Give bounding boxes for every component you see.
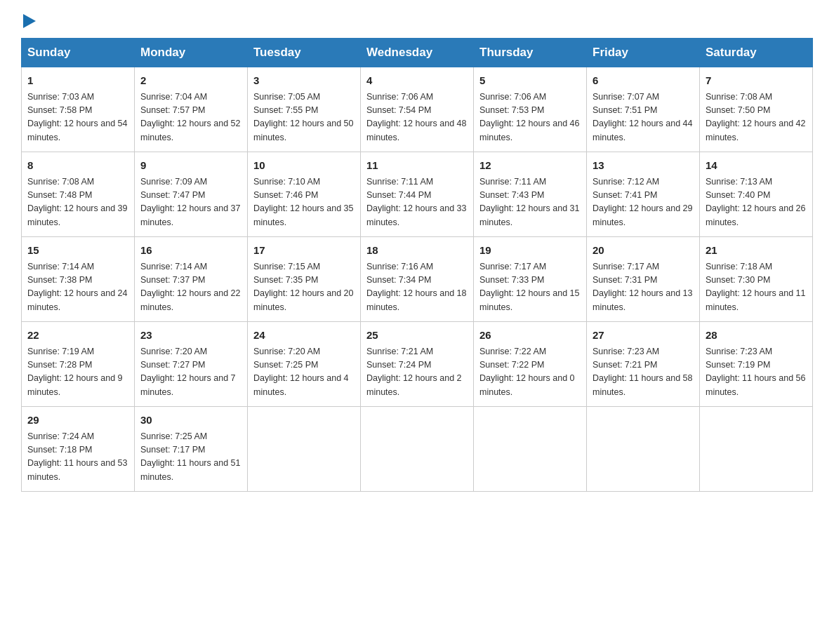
day-number: 1 (27, 73, 128, 89)
calendar-cell: 13Sunrise: 7:12 AMSunset: 7:41 PMDayligh… (587, 152, 700, 237)
day-number: 26 (479, 328, 581, 344)
day-number: 28 (706, 328, 807, 344)
day-number: 5 (479, 73, 581, 89)
logo-triangle-icon (23, 14, 36, 28)
day-info: Sunrise: 7:17 AMSunset: 7:31 PMDaylight:… (593, 260, 694, 315)
day-number: 7 (706, 73, 807, 89)
day-number: 12 (479, 158, 581, 174)
day-number: 4 (366, 73, 468, 89)
day-number: 29 (27, 412, 128, 429)
day-info: Sunrise: 7:24 AMSunset: 7:18 PMDaylight:… (27, 430, 128, 485)
calendar-cell: 6Sunrise: 7:07 AMSunset: 7:51 PMDaylight… (587, 67, 700, 152)
calendar-cell: 23Sunrise: 7:20 AMSunset: 7:27 PMDayligh… (135, 322, 248, 407)
day-info: Sunrise: 7:22 AMSunset: 7:22 PMDaylight:… (479, 345, 581, 400)
calendar-cell: 12Sunrise: 7:11 AMSunset: 7:43 PMDayligh… (474, 152, 587, 237)
day-info: Sunrise: 7:08 AMSunset: 7:48 PMDaylight:… (27, 175, 128, 230)
day-number: 21 (706, 243, 807, 259)
day-number: 16 (140, 243, 241, 259)
day-number: 18 (366, 243, 468, 259)
day-info: Sunrise: 7:14 AMSunset: 7:38 PMDaylight:… (27, 260, 128, 315)
calendar-cell: 3Sunrise: 7:05 AMSunset: 7:55 PMDaylight… (248, 67, 361, 152)
calendar-cell: 16Sunrise: 7:14 AMSunset: 7:37 PMDayligh… (135, 237, 248, 322)
day-info: Sunrise: 7:04 AMSunset: 7:57 PMDaylight:… (140, 90, 241, 145)
calendar-table: SundayMondayTuesdayWednesdayThursdayFrid… (21, 38, 813, 492)
calendar-cell: 24Sunrise: 7:20 AMSunset: 7:25 PMDayligh… (248, 322, 361, 407)
day-info: Sunrise: 7:19 AMSunset: 7:28 PMDaylight:… (27, 345, 128, 400)
day-info: Sunrise: 7:05 AMSunset: 7:55 PMDaylight:… (253, 90, 355, 145)
header-saturday: Saturday (700, 39, 813, 67)
day-number: 17 (253, 243, 355, 259)
calendar-cell (700, 407, 813, 492)
calendar-cell: 5Sunrise: 7:06 AMSunset: 7:53 PMDaylight… (474, 67, 587, 152)
calendar-cell: 4Sunrise: 7:06 AMSunset: 7:54 PMDaylight… (361, 67, 474, 152)
day-info: Sunrise: 7:15 AMSunset: 7:35 PMDaylight:… (253, 260, 355, 315)
day-number: 19 (479, 243, 581, 259)
header-friday: Friday (587, 39, 700, 67)
calendar-cell: 9Sunrise: 7:09 AMSunset: 7:47 PMDaylight… (135, 152, 248, 237)
week-row-2: 8Sunrise: 7:08 AMSunset: 7:48 PMDaylight… (22, 152, 813, 237)
day-number: 23 (140, 328, 241, 344)
day-number: 24 (253, 328, 355, 344)
day-info: Sunrise: 7:07 AMSunset: 7:51 PMDaylight:… (593, 90, 694, 145)
day-number: 25 (366, 328, 468, 344)
day-info: Sunrise: 7:14 AMSunset: 7:37 PMDaylight:… (140, 260, 241, 315)
calendar-cell: 11Sunrise: 7:11 AMSunset: 7:44 PMDayligh… (361, 152, 474, 237)
day-info: Sunrise: 7:23 AMSunset: 7:19 PMDaylight:… (706, 345, 807, 400)
page-header (21, 14, 813, 24)
calendar-cell: 30Sunrise: 7:25 AMSunset: 7:17 PMDayligh… (135, 407, 248, 492)
day-number: 11 (366, 158, 468, 174)
day-info: Sunrise: 7:23 AMSunset: 7:21 PMDaylight:… (593, 345, 694, 400)
calendar-cell: 26Sunrise: 7:22 AMSunset: 7:22 PMDayligh… (474, 322, 587, 407)
day-info: Sunrise: 7:09 AMSunset: 7:47 PMDaylight:… (140, 175, 241, 230)
day-number: 10 (253, 158, 355, 174)
day-number: 13 (593, 158, 694, 174)
week-row-3: 15Sunrise: 7:14 AMSunset: 7:38 PMDayligh… (22, 237, 813, 322)
calendar-cell: 17Sunrise: 7:15 AMSunset: 7:35 PMDayligh… (248, 237, 361, 322)
calendar-header-row: SundayMondayTuesdayWednesdayThursdayFrid… (22, 39, 813, 67)
header-sunday: Sunday (22, 39, 135, 67)
calendar-cell (361, 407, 474, 492)
calendar-cell: 8Sunrise: 7:08 AMSunset: 7:48 PMDaylight… (22, 152, 135, 237)
day-number: 6 (593, 73, 694, 89)
calendar-cell: 7Sunrise: 7:08 AMSunset: 7:50 PMDaylight… (700, 67, 813, 152)
day-info: Sunrise: 7:17 AMSunset: 7:33 PMDaylight:… (479, 260, 581, 315)
day-info: Sunrise: 7:08 AMSunset: 7:50 PMDaylight:… (706, 90, 807, 145)
day-info: Sunrise: 7:18 AMSunset: 7:30 PMDaylight:… (706, 260, 807, 315)
calendar-cell: 14Sunrise: 7:13 AMSunset: 7:40 PMDayligh… (700, 152, 813, 237)
calendar-cell: 29Sunrise: 7:24 AMSunset: 7:18 PMDayligh… (22, 407, 135, 492)
day-info: Sunrise: 7:03 AMSunset: 7:58 PMDaylight:… (27, 90, 128, 145)
calendar-cell: 18Sunrise: 7:16 AMSunset: 7:34 PMDayligh… (361, 237, 474, 322)
calendar-cell (248, 407, 361, 492)
day-info: Sunrise: 7:06 AMSunset: 7:53 PMDaylight:… (479, 90, 581, 145)
day-info: Sunrise: 7:25 AMSunset: 7:17 PMDaylight:… (140, 430, 241, 485)
day-number: 30 (140, 412, 241, 429)
svg-marker-0 (23, 14, 36, 28)
header-monday: Monday (135, 39, 248, 67)
calendar-cell: 28Sunrise: 7:23 AMSunset: 7:19 PMDayligh… (700, 322, 813, 407)
calendar-cell: 21Sunrise: 7:18 AMSunset: 7:30 PMDayligh… (700, 237, 813, 322)
calendar-cell: 10Sunrise: 7:10 AMSunset: 7:46 PMDayligh… (248, 152, 361, 237)
day-number: 9 (140, 158, 241, 174)
calendar-cell: 15Sunrise: 7:14 AMSunset: 7:38 PMDayligh… (22, 237, 135, 322)
calendar-cell (474, 407, 587, 492)
day-info: Sunrise: 7:11 AMSunset: 7:43 PMDaylight:… (479, 175, 581, 230)
day-number: 3 (253, 73, 355, 89)
day-info: Sunrise: 7:20 AMSunset: 7:25 PMDaylight:… (253, 345, 355, 400)
day-info: Sunrise: 7:11 AMSunset: 7:44 PMDaylight:… (366, 175, 468, 230)
logo-text-line1 (21, 14, 36, 28)
day-info: Sunrise: 7:06 AMSunset: 7:54 PMDaylight:… (366, 90, 468, 145)
calendar-cell: 27Sunrise: 7:23 AMSunset: 7:21 PMDayligh… (587, 322, 700, 407)
day-number: 14 (706, 158, 807, 174)
calendar-cell: 2Sunrise: 7:04 AMSunset: 7:57 PMDaylight… (135, 67, 248, 152)
calendar-cell (587, 407, 700, 492)
day-info: Sunrise: 7:21 AMSunset: 7:24 PMDaylight:… (366, 345, 468, 400)
week-row-4: 22Sunrise: 7:19 AMSunset: 7:28 PMDayligh… (22, 322, 813, 407)
day-info: Sunrise: 7:16 AMSunset: 7:34 PMDaylight:… (366, 260, 468, 315)
logo (21, 14, 36, 24)
day-info: Sunrise: 7:13 AMSunset: 7:40 PMDaylight:… (706, 175, 807, 230)
calendar-cell: 20Sunrise: 7:17 AMSunset: 7:31 PMDayligh… (587, 237, 700, 322)
calendar-cell: 25Sunrise: 7:21 AMSunset: 7:24 PMDayligh… (361, 322, 474, 407)
calendar-cell: 19Sunrise: 7:17 AMSunset: 7:33 PMDayligh… (474, 237, 587, 322)
day-info: Sunrise: 7:10 AMSunset: 7:46 PMDaylight:… (253, 175, 355, 230)
day-number: 27 (593, 328, 694, 344)
